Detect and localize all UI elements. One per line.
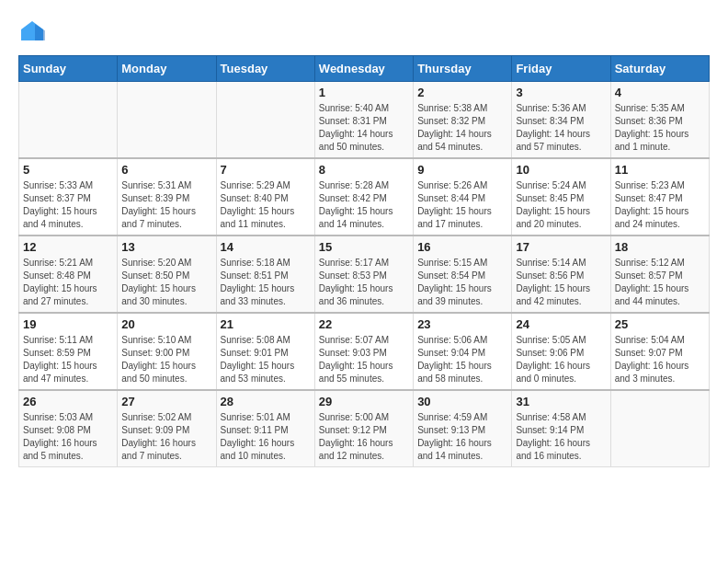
header-day-sunday: Sunday — [19, 56, 118, 82]
day-number: 19 — [23, 317, 113, 331]
day-info: Sunrise: 5:33 AM Sunset: 8:37 PM Dayligh… — [23, 179, 113, 231]
day-number: 14 — [221, 240, 311, 254]
day-info: Sunrise: 5:38 AM Sunset: 8:32 PM Dayligh… — [417, 102, 507, 154]
calendar-cell: 24Sunrise: 5:05 AM Sunset: 9:06 PM Dayli… — [512, 313, 610, 390]
day-info: Sunrise: 5:21 AM Sunset: 8:48 PM Dayligh… — [23, 257, 113, 308]
day-info: Sunrise: 4:59 AM Sunset: 9:13 PM Dayligh… — [417, 411, 507, 463]
day-info: Sunrise: 5:02 AM Sunset: 9:09 PM Dayligh… — [121, 411, 211, 463]
day-number: 31 — [516, 395, 606, 408]
calendar-cell: 1Sunrise: 5:40 AM Sunset: 8:31 PM Daylig… — [314, 82, 413, 159]
day-info: Sunrise: 5:18 AM Sunset: 8:51 PM Dayligh… — [221, 257, 311, 308]
calendar-cell: 28Sunrise: 5:01 AM Sunset: 9:11 PM Dayli… — [216, 390, 314, 467]
day-number: 26 — [23, 395, 113, 408]
week-row-5: 26Sunrise: 5:03 AM Sunset: 9:08 PM Dayli… — [19, 390, 710, 467]
day-number: 21 — [221, 317, 311, 331]
header-row: SundayMondayTuesdayWednesdayThursdayFrid… — [19, 56, 710, 82]
day-info: Sunrise: 5:24 AM Sunset: 8:45 PM Dayligh… — [516, 179, 606, 231]
day-info: Sunrise: 5:12 AM Sunset: 8:57 PM Dayligh… — [615, 257, 705, 308]
day-info: Sunrise: 5:10 AM Sunset: 9:00 PM Dayligh… — [121, 334, 211, 385]
day-info: Sunrise: 5:04 AM Sunset: 9:07 PM Dayligh… — [615, 334, 705, 385]
day-number: 11 — [615, 163, 705, 177]
calendar-cell: 27Sunrise: 5:02 AM Sunset: 9:09 PM Dayli… — [118, 390, 216, 467]
day-number: 15 — [319, 240, 409, 254]
calendar-cell: 2Sunrise: 5:38 AM Sunset: 8:32 PM Daylig… — [414, 82, 512, 159]
calendar-cell: 12Sunrise: 5:21 AM Sunset: 8:48 PM Dayli… — [19, 236, 118, 313]
day-info: Sunrise: 5:14 AM Sunset: 8:56 PM Dayligh… — [516, 257, 606, 308]
week-row-4: 19Sunrise: 5:11 AM Sunset: 8:59 PM Dayli… — [19, 313, 710, 390]
day-number: 20 — [121, 317, 211, 331]
day-number: 27 — [121, 395, 211, 408]
calendar-cell: 19Sunrise: 5:11 AM Sunset: 8:59 PM Dayli… — [19, 313, 118, 390]
calendar-cell: 6Sunrise: 5:31 AM Sunset: 8:39 PM Daylig… — [118, 158, 216, 236]
day-number: 23 — [417, 317, 507, 331]
day-number: 1 — [319, 86, 409, 99]
calendar-cell: 4Sunrise: 5:35 AM Sunset: 8:36 PM Daylig… — [610, 82, 709, 159]
day-number: 24 — [516, 317, 606, 331]
day-info: Sunrise: 5:35 AM Sunset: 8:36 PM Dayligh… — [615, 102, 705, 154]
day-number: 8 — [319, 163, 409, 177]
day-number: 16 — [417, 240, 507, 254]
page-header — [18, 18, 710, 46]
day-info: Sunrise: 5:11 AM Sunset: 8:59 PM Dayligh… — [23, 334, 113, 385]
day-number: 22 — [319, 317, 409, 331]
calendar-body: 1Sunrise: 5:40 AM Sunset: 8:31 PM Daylig… — [19, 82, 710, 467]
calendar-cell: 18Sunrise: 5:12 AM Sunset: 8:57 PM Dayli… — [610, 236, 709, 313]
calendar-cell: 5Sunrise: 5:33 AM Sunset: 8:37 PM Daylig… — [19, 158, 118, 236]
calendar-cell: 26Sunrise: 5:03 AM Sunset: 9:08 PM Dayli… — [19, 390, 118, 467]
day-number: 5 — [23, 163, 113, 177]
day-info: Sunrise: 5:05 AM Sunset: 9:06 PM Dayligh… — [516, 334, 606, 385]
calendar-table: SundayMondayTuesdayWednesdayThursdayFrid… — [18, 55, 710, 467]
day-number: 30 — [417, 395, 507, 408]
calendar-cell: 17Sunrise: 5:14 AM Sunset: 8:56 PM Dayli… — [512, 236, 610, 313]
day-info: Sunrise: 5:06 AM Sunset: 9:04 PM Dayligh… — [417, 334, 507, 385]
header-day-wednesday: Wednesday — [314, 56, 413, 82]
calendar-cell — [610, 390, 709, 467]
day-info: Sunrise: 5:15 AM Sunset: 8:54 PM Dayligh… — [417, 257, 507, 308]
day-info: Sunrise: 5:01 AM Sunset: 9:11 PM Dayligh… — [221, 411, 311, 463]
header-day-thursday: Thursday — [414, 56, 512, 82]
week-row-2: 5Sunrise: 5:33 AM Sunset: 8:37 PM Daylig… — [19, 158, 710, 236]
day-number: 17 — [516, 240, 606, 254]
week-row-3: 12Sunrise: 5:21 AM Sunset: 8:48 PM Dayli… — [19, 236, 710, 313]
calendar-cell: 13Sunrise: 5:20 AM Sunset: 8:50 PM Dayli… — [118, 236, 216, 313]
calendar-cell: 23Sunrise: 5:06 AM Sunset: 9:04 PM Dayli… — [414, 313, 512, 390]
calendar-cell: 9Sunrise: 5:26 AM Sunset: 8:44 PM Daylig… — [414, 158, 512, 236]
calendar-cell: 11Sunrise: 5:23 AM Sunset: 8:47 PM Dayli… — [610, 158, 709, 236]
day-number: 18 — [615, 240, 705, 254]
header-day-tuesday: Tuesday — [216, 56, 314, 82]
day-info: Sunrise: 5:40 AM Sunset: 8:31 PM Dayligh… — [319, 102, 409, 154]
day-info: Sunrise: 5:08 AM Sunset: 9:01 PM Dayligh… — [221, 334, 311, 385]
calendar-cell: 7Sunrise: 5:29 AM Sunset: 8:40 PM Daylig… — [216, 158, 314, 236]
day-number: 25 — [615, 317, 705, 331]
logo — [18, 18, 50, 46]
day-number: 12 — [23, 240, 113, 254]
calendar-cell: 10Sunrise: 5:24 AM Sunset: 8:45 PM Dayli… — [512, 158, 610, 236]
day-info: Sunrise: 4:58 AM Sunset: 9:14 PM Dayligh… — [516, 411, 606, 463]
svg-marker-1 — [35, 24, 45, 40]
day-info: Sunrise: 5:29 AM Sunset: 8:40 PM Dayligh… — [221, 179, 311, 231]
calendar-cell: 20Sunrise: 5:10 AM Sunset: 9:00 PM Dayli… — [118, 313, 216, 390]
day-number: 10 — [516, 163, 606, 177]
day-number: 29 — [319, 395, 409, 408]
day-number: 6 — [121, 163, 211, 177]
day-info: Sunrise: 5:20 AM Sunset: 8:50 PM Dayligh… — [121, 257, 211, 308]
calendar-cell: 29Sunrise: 5:00 AM Sunset: 9:12 PM Dayli… — [314, 390, 413, 467]
day-info: Sunrise: 5:26 AM Sunset: 8:44 PM Dayligh… — [417, 179, 507, 231]
day-info: Sunrise: 5:23 AM Sunset: 8:47 PM Dayligh… — [615, 179, 705, 231]
header-day-friday: Friday — [512, 56, 610, 82]
calendar-cell — [118, 82, 216, 159]
calendar-cell — [19, 82, 118, 159]
day-number: 7 — [221, 163, 311, 177]
day-info: Sunrise: 5:31 AM Sunset: 8:39 PM Dayligh… — [121, 179, 211, 231]
calendar-header: SundayMondayTuesdayWednesdayThursdayFrid… — [19, 56, 710, 82]
day-info: Sunrise: 5:03 AM Sunset: 9:08 PM Dayligh… — [23, 411, 113, 463]
calendar-cell: 21Sunrise: 5:08 AM Sunset: 9:01 PM Dayli… — [216, 313, 314, 390]
calendar-cell: 15Sunrise: 5:17 AM Sunset: 8:53 PM Dayli… — [314, 236, 413, 313]
day-info: Sunrise: 5:17 AM Sunset: 8:53 PM Dayligh… — [319, 257, 409, 308]
week-row-1: 1Sunrise: 5:40 AM Sunset: 8:31 PM Daylig… — [19, 82, 710, 159]
day-info: Sunrise: 5:36 AM Sunset: 8:34 PM Dayligh… — [516, 102, 606, 154]
header-day-saturday: Saturday — [610, 56, 709, 82]
day-info: Sunrise: 5:00 AM Sunset: 9:12 PM Dayligh… — [319, 411, 409, 463]
day-number: 28 — [221, 395, 311, 408]
calendar-cell: 8Sunrise: 5:28 AM Sunset: 8:42 PM Daylig… — [314, 158, 413, 236]
